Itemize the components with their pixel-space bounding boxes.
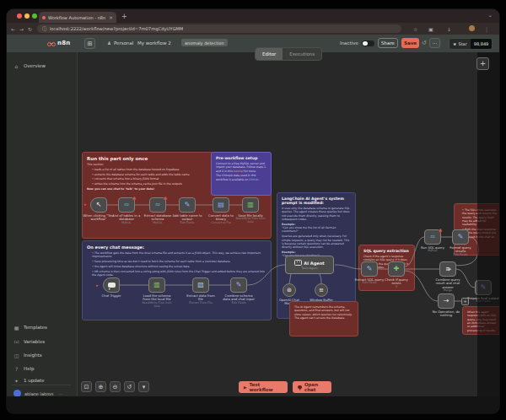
help-icon: ? — [13, 366, 19, 372]
node-combine-schema-chat-input[interactable]: ✎ — [230, 277, 247, 293]
node-label: Extract database schemaMySQL — [142, 214, 174, 225]
reload-icon[interactable]: ↻ — [28, 26, 32, 32]
sidebar-item-templates[interactable]: ▦ Templates — [13, 322, 47, 332]
back-icon[interactable]: ← — [11, 26, 15, 32]
node-add-table-name[interactable]: ✎ — [179, 197, 196, 213]
share-button[interactable]: Share — [378, 38, 398, 48]
bookmark-star-icon[interactable]: ☆ — [413, 26, 417, 32]
workflow-tag-badge[interactable]: anomaly detection — [181, 39, 228, 46]
node-extract-sql-query[interactable]: ✎ — [361, 261, 378, 277]
downloads-icon[interactable]: ↓ — [447, 26, 451, 32]
close-tab-icon[interactable]: × — [109, 14, 113, 20]
browser-tab[interactable]: Workflow Automation - n8n × — [39, 12, 116, 23]
arrow-right-icon: → — [444, 298, 449, 304]
sticky-agent-note[interactable]: The AI Agent remembers the schema, quest… — [289, 301, 358, 337]
browser-menu-icon[interactable]: ⋮ — [484, 26, 489, 32]
node-ai-agent[interactable]: AI Agent Tools Agent — [285, 256, 334, 274]
breadcrumb-project[interactable]: Personal — [114, 40, 133, 46]
tab-executions[interactable]: Executions — [283, 48, 321, 60]
node-chat-trigger[interactable] — [103, 277, 120, 293]
overview-panel-button[interactable]: ⊞ — [84, 38, 95, 49]
active-toggle[interactable] — [362, 40, 374, 47]
node-label: Format query resultsEdit Fields — [444, 246, 476, 257]
node-run-sql-query[interactable]: ≈▲ — [424, 229, 441, 245]
warning-icon: ▲ — [164, 196, 167, 200]
workflow-canvas[interactable]: Editor Executions + Run this part only o… — [78, 52, 499, 396]
tab-title: Workflow Automation - n8n — [48, 15, 106, 20]
zoom-out-button[interactable]: ⊖ — [110, 381, 121, 392]
node-extract-data-from-file[interactable]: ▧ — [192, 277, 209, 293]
new-tab-button[interactable]: + — [121, 13, 127, 21]
tidy-up-button[interactable]: ▾ — [138, 381, 149, 392]
node-window-buffer-memory[interactable]: ≡ — [315, 283, 328, 297]
browser-profile-avatar[interactable] — [469, 25, 475, 31]
close-window-button[interactable] — [17, 13, 22, 19]
node-label: AI Agent — [304, 261, 324, 266]
github-star-widget[interactable]: ★Star 98,849 — [449, 38, 493, 50]
reset-zoom-button[interactable]: ↺ — [124, 381, 135, 392]
sidebar-item-overview[interactable]: ⌂ Overview — [13, 61, 46, 71]
node-no-operation[interactable]: → — [438, 293, 455, 309]
mysql-icon: ≈ — [155, 202, 161, 208]
node-label: Load the schema from the local fileRead/… — [141, 294, 173, 308]
add-node-button[interactable]: + — [476, 57, 489, 70]
openai-icon: ⊛ — [287, 287, 292, 293]
sidebar-item-variables[interactable]: (x) Variables — [13, 337, 45, 347]
user-menu-icon[interactable]: ⋯ — [58, 391, 62, 396]
breadcrumb-workflow-name[interactable]: My workflow 2 — [137, 40, 171, 46]
open-chat-button[interactable]: Open chat — [293, 381, 331, 393]
mysql-icon: ≈ — [430, 234, 436, 240]
mysql-icon: ≈ — [124, 202, 130, 208]
memory-icon: ≡ — [319, 287, 324, 293]
test-workflow-button[interactable]: ▶ Test workflow — [239, 381, 288, 393]
sidebar-item-help[interactable]: ? Help — [13, 363, 35, 374]
user-name: ablane labron — [24, 391, 53, 396]
maximize-window-button[interactable] — [32, 13, 37, 19]
node-openai-chat-model[interactable]: ⊛ — [283, 283, 296, 297]
n8n-logo: n8n — [47, 40, 70, 46]
node-convert-to-binary[interactable]: ▤ — [213, 197, 229, 213]
robot-icon — [294, 260, 302, 266]
node-label: Chat Trigger — [95, 294, 127, 298]
variables-icon: (x) — [13, 340, 19, 344]
file-icon: ▥ — [247, 202, 254, 208]
play-icon: ▶ — [244, 385, 246, 390]
node-label: Save file locallyRead/Write Files from D… — [234, 214, 266, 224]
node-label: No Operation, do nothing — [430, 310, 462, 318]
canvas-edge-shade — [477, 52, 499, 396]
node-load-schema[interactable]: ▥ — [148, 277, 165, 293]
save-button[interactable]: Save — [401, 38, 419, 48]
github-star-label: Star — [458, 41, 466, 46]
node-label: Convert data to binaryConvert to File — [205, 214, 237, 225]
templates-icon: ▦ — [13, 325, 19, 331]
chat-bubble-icon — [298, 385, 302, 390]
merge-icon: ⋔ — [444, 267, 451, 272]
node-format-query-results[interactable]: ✎ — [452, 229, 469, 245]
node-check-query-exists[interactable]: ✚ — [388, 261, 405, 277]
more-menu-button[interactable]: ⋯ — [429, 38, 440, 48]
fit-view-button[interactable]: ⊡ — [81, 381, 92, 392]
extensions-icon[interactable]: ▣ — [428, 26, 433, 32]
sidebar-item-insights[interactable]: ◫ Insights — [13, 350, 42, 360]
zoom-in-button[interactable]: ⊕ — [95, 381, 106, 392]
tab-overview-icon[interactable]: ⌄ — [487, 12, 493, 19]
node-save-file-locally[interactable]: ▥ — [242, 197, 259, 213]
node-label: Add table name to outputEdit Fields — [171, 214, 203, 225]
button-label: Test workflow — [249, 382, 283, 392]
minimize-window-button[interactable] — [24, 13, 30, 19]
node-when-clicking-test-workflow[interactable]: ↖ — [90, 197, 107, 213]
node-list-of-tables[interactable]: ≈▲ — [118, 197, 135, 213]
url-text: localhost:2222/workflow/new?projectId=7m… — [50, 26, 184, 31]
tab-editor[interactable]: Editor — [256, 48, 283, 60]
node-combine-query-result[interactable]: ⋔ — [439, 261, 456, 277]
site-info-icon[interactable]: ⓘ — [42, 26, 47, 32]
history-icon[interactable]: ↺ — [422, 40, 427, 46]
file-icon: ▥ — [153, 282, 160, 288]
node-extract-database-schema[interactable]: ≈▲ — [149, 197, 166, 213]
forward-icon[interactable]: → — [19, 26, 24, 32]
address-bar[interactable]: ⓘ localhost:2222/workflow/new?projectId=… — [37, 24, 401, 33]
pencil-icon: ✎ — [236, 282, 242, 288]
node-sublabel: Tools Agent — [302, 267, 318, 270]
trigger-pin-icon: ▸ — [96, 283, 99, 288]
n8n-logo-text: n8n — [57, 40, 70, 46]
